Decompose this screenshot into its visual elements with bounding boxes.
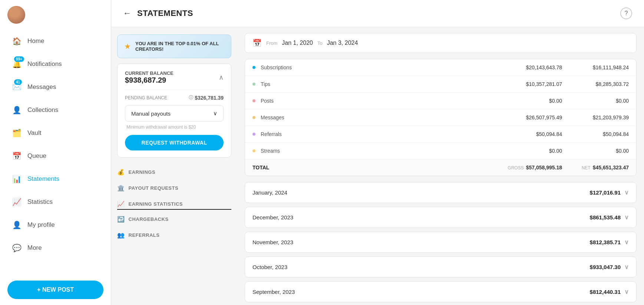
payout-method-label: Manual payouts (131, 110, 171, 117)
stat-dot (252, 99, 255, 102)
stat-col1: $0.00 (495, 148, 562, 154)
earning_statistics-icon: 📈 (117, 200, 125, 208)
myprofile-icon: 👤 (12, 220, 22, 230)
month-amount: $861,535.48 ∨ (590, 214, 629, 221)
section-chargebacks[interactable]: ↩️ CHARGEBACKS (117, 210, 231, 226)
stat-col1: $50,094.84 (495, 131, 562, 137)
sidebar-label-collections: Collections (27, 106, 58, 114)
stat-name: Posts (261, 98, 495, 104)
banner-text: YOU ARE IN THE TOP 0.01% OF ALL CREATORS… (135, 41, 224, 52)
sidebar-item-messages[interactable]: ✉️ Messages 41 (3, 76, 108, 99)
pending-label: PENDING BALANCE (125, 95, 167, 100)
section-earnings[interactable]: 💰 EARNINGS (117, 163, 231, 179)
chevron-down-icon: ∨ (624, 288, 629, 295)
top-creator-banner: ★ YOU ARE IN THE TOP 0.01% OF ALL CREATO… (117, 34, 231, 58)
stat-name: Subscriptions (261, 64, 495, 70)
stat-dot (252, 116, 255, 119)
sidebar-item-myprofile[interactable]: 👤 My profile (3, 213, 108, 236)
vault-icon: 🗂️ (12, 128, 22, 138)
months-container: January, 2024 $127,016.91 ∨ December, 20… (245, 182, 637, 302)
month-accordion[interactable]: January, 2024 $127,016.91 ∨ (245, 182, 637, 203)
collections-icon: 👤 (12, 105, 22, 115)
calendar-icon: 📅 (252, 39, 262, 47)
chevron-down-icon: ∨ (624, 239, 629, 246)
referrals-label: REFERRALS (129, 232, 160, 238)
sidebar-item-more[interactable]: 💬 More (3, 236, 108, 259)
month-name: October, 2023 (252, 264, 287, 270)
stat-col2: $21,203,979.39 (562, 115, 629, 120)
stat-row: Tips $10,357,281.07 $8,285,303.72 (245, 76, 636, 93)
payout_requests-label: PAYOUT REQUESTS (129, 185, 179, 191)
section-referrals[interactable]: 👥 REFERRALS (117, 226, 231, 242)
month-accordion[interactable]: October, 2023 $933,047.30 ∨ (245, 256, 637, 278)
sidebar-label-statistics: Statistics (27, 198, 53, 206)
stat-col1: $0.00 (495, 98, 562, 104)
help-button[interactable]: ? (620, 7, 632, 19)
payout_requests-icon: 🏛️ (117, 185, 125, 192)
notifications-badge: 99+ (14, 56, 24, 62)
stat-name: Messages (261, 115, 495, 120)
sidebar-label-queue: Queue (27, 152, 46, 160)
stat-name: Referrals (261, 131, 495, 137)
earnings-icon: 💰 (117, 169, 125, 176)
month-accordion[interactable]: December, 2023 $861,535.48 ∨ (245, 207, 637, 228)
request-withdrawal-button[interactable]: REQUEST WITHDRAWAL (125, 135, 224, 150)
sidebar-item-home[interactable]: 🏠 Home (3, 30, 108, 53)
chargebacks-icon: ↩️ (117, 216, 125, 223)
stat-dot (252, 83, 255, 86)
stat-col1: $20,143,643.78 (495, 64, 562, 70)
sidebar-item-notifications[interactable]: 🔔 Notifications 99+ (3, 53, 108, 76)
right-panel: 📅 From Jan 1, 2020 To Jan 3, 2024 Subscr… (237, 27, 644, 305)
net-amount: NET$45,651,323.47 (562, 165, 629, 170)
page-title: STATEMENTS (137, 9, 193, 18)
new-post-button[interactable]: + NEW POST (7, 281, 103, 299)
stat-dot (252, 149, 255, 152)
back-button[interactable]: ← (123, 9, 131, 18)
chevron-down-icon: ∨ (624, 263, 629, 271)
sidebar-label-home: Home (27, 37, 44, 45)
payout-dropdown[interactable]: Manual payouts ∨ (125, 105, 224, 122)
stat-col2: $0.00 (562, 98, 629, 104)
month-amount: $812,385.71 ∨ (590, 239, 629, 246)
total-row: TOTAL GROSS$57,058,995.18 NET$45,651,323… (245, 159, 636, 176)
stat-dot (252, 133, 255, 136)
sidebar-item-statistics[interactable]: 📈 Statistics (3, 190, 108, 213)
month-amount: $933,047.30 ∨ (590, 263, 629, 271)
avatar[interactable] (7, 6, 25, 24)
stat-col1: $10,357,281.07 (495, 81, 562, 87)
left-panel: ★ YOU ARE IN THE TOP 0.01% OF ALL CREATO… (111, 27, 237, 305)
sidebar-item-statements[interactable]: 📊 Statements (3, 168, 108, 190)
sidebar-item-vault[interactable]: 🗂️ Vault (3, 122, 108, 145)
stat-row: Messages $26,507,975.49 $21,203,979.39 (245, 109, 636, 126)
page-header: ← STATEMENTS ? (111, 0, 644, 27)
more-icon: 💬 (12, 243, 22, 253)
stat-col2: $16,111,948.24 (562, 64, 629, 70)
stat-col2: $8,285,303.72 (562, 81, 629, 87)
month-accordion[interactable]: November, 2023 $812,385.71 ∨ (245, 232, 637, 253)
stat-col2: $0.00 (562, 148, 629, 154)
month-name: January, 2024 (252, 189, 287, 196)
sidebar-label-more: More (27, 244, 42, 252)
sidebar-label-messages: Messages (27, 83, 56, 91)
sidebar-nav: 🏠 Home 🔔 Notifications 99+ ✉️ Messages 4… (0, 30, 111, 275)
total-label: TOTAL (252, 165, 495, 170)
stat-row: Subscriptions $20,143,643.78 $16,111,948… (245, 59, 636, 76)
stat-name: Tips (261, 81, 495, 87)
to-label: To (317, 40, 323, 46)
sidebar-item-collections[interactable]: 👤 Collections (3, 99, 108, 122)
stat-row: Streams $0.00 $0.00 (245, 143, 636, 159)
section-payout_requests[interactable]: 🏛️ PAYOUT REQUESTS (117, 179, 231, 195)
gross-amount: GROSS$57,058,995.18 (495, 165, 562, 170)
month-amount: $127,016.91 ∨ (590, 189, 629, 196)
month-accordion[interactable]: September, 2023 $812,440.31 ∨ (245, 281, 637, 302)
stats-table: Subscriptions $20,143,643.78 $16,111,948… (245, 59, 637, 176)
balance-toggle-icon[interactable]: ∧ (219, 73, 224, 82)
earnings-label: EARNINGS (129, 169, 156, 175)
dropdown-chevron-icon: ∨ (213, 110, 217, 117)
sidebar-label-myprofile: My profile (27, 221, 55, 229)
section-earning_statistics[interactable]: 📈 EARNING STATISTICS (117, 195, 231, 210)
balance-amount: $938,687.29 (125, 76, 174, 84)
sidebar-label-statements: Statements (27, 175, 59, 183)
sidebar-item-queue[interactable]: 📅 Queue (3, 145, 108, 168)
chargebacks-label: CHARGEBACKS (129, 216, 169, 222)
